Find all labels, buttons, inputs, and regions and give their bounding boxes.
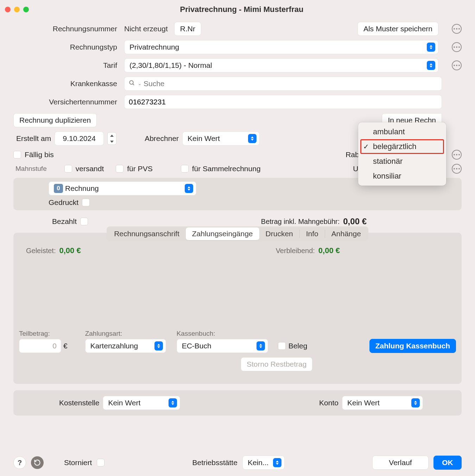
label-betriebsstaette: Betriebsstätte	[192, 458, 237, 467]
label-tarif: Tarif	[13, 61, 121, 70]
popup-item-ambulant[interactable]: ambulant	[358, 124, 446, 139]
label-erstellt-am: Erstellt am	[16, 134, 51, 143]
tarif-select[interactable]: (2,30/1,80/1,15) - Normal	[124, 58, 438, 72]
kassenbuch-select[interactable]: EC-Buch	[177, 339, 268, 353]
abrechner-value: Kein Wert	[188, 134, 220, 143]
popup-item-belegaerztlich[interactable]: ✓belegärztlich	[360, 139, 444, 154]
label-fuer-sammel: für Sammelrechnung	[192, 165, 261, 173]
more-icon[interactable]	[452, 24, 462, 34]
fuer-sammelrechnung-checkbox[interactable]	[181, 165, 189, 173]
storniert-checkbox[interactable]	[97, 459, 104, 467]
verlauf-button[interactable]: Verlauf	[372, 456, 429, 470]
label-konto: Konto	[319, 399, 338, 407]
more-icon[interactable]	[452, 164, 462, 174]
select-arrows-icon	[248, 134, 256, 143]
label-faellig-bis: Fällig bis	[25, 150, 54, 159]
titlebar: Privatrechnung - Mimi Musterfrau	[0, 0, 475, 19]
tab-anhaenge[interactable]: Anhänge	[325, 227, 367, 240]
krankenkasse-input[interactable]	[144, 79, 437, 88]
erstellt-am-value: 9.10.2024	[63, 134, 95, 143]
rechnung-duplizieren-button[interactable]: Rechnung duplizieren	[13, 113, 97, 127]
faellig-bis-checkbox[interactable]	[13, 151, 21, 159]
label-geleistet: Geleistet:	[26, 247, 56, 255]
betriebsstaette-select[interactable]: Kein...	[242, 456, 285, 470]
tab-segmented: Rechnungsanschrift Zahlungseingänge Druc…	[107, 226, 368, 241]
value-nicht-erzeugt: Nicht erzeugt	[124, 25, 168, 33]
bezahlt-checkbox[interactable]	[80, 218, 88, 225]
label-mahnstufe: Mahnstufe	[15, 165, 47, 173]
label-betrag-inkl: Betrag inkl. Mahngebühr:	[261, 218, 340, 226]
select-arrows-icon	[427, 43, 435, 52]
popup-item-stationaer[interactable]: stationär	[358, 154, 446, 169]
help-button[interactable]: ?	[13, 456, 26, 469]
label-beleg: Beleg	[289, 342, 308, 350]
zahlungsart-value: Kartenzahlung	[90, 342, 138, 350]
krankenkasse-search-field[interactable]: ⌄	[124, 77, 442, 91]
more-icon[interactable]	[452, 60, 462, 70]
abrechner-select[interactable]: Kein Wert	[182, 131, 260, 146]
mahnstufe-index-badge: 0	[54, 184, 63, 193]
versichertennummer-field[interactable]	[124, 95, 442, 109]
konto-select[interactable]: Kein Wert	[342, 396, 423, 410]
abzug-popup-menu: ambulant ✓belegärztlich stationär konsil…	[358, 122, 446, 186]
select-arrows-icon	[411, 398, 420, 407]
label-storniert: Storniert	[64, 458, 92, 467]
fuer-pvs-checkbox[interactable]	[116, 165, 124, 173]
select-arrows-icon	[154, 341, 163, 350]
tab-rechnungsanschrift[interactable]: Rechnungsanschrift	[108, 227, 186, 240]
geleistet-value: 0,00 €	[59, 246, 81, 255]
tarif-value: (2,30/1,80/1,15) - Normal	[129, 61, 212, 70]
versichertennummer-input[interactable]	[129, 98, 437, 106]
label-zahlungsart: Zahlungsart:	[85, 330, 166, 337]
konto-value: Kein Wert	[347, 399, 380, 407]
zahlungsart-select[interactable]: Kartenzahlung	[85, 339, 166, 353]
reload-button[interactable]	[31, 456, 44, 469]
teilbetrag-input[interactable]	[24, 342, 57, 350]
select-arrows-icon	[185, 184, 193, 193]
date-stepper[interactable]	[107, 132, 116, 145]
svg-point-0	[129, 81, 133, 84]
als-muster-speichern-button[interactable]: Als Muster speichern	[357, 22, 438, 36]
label-rechnungsnummer: Rechnungsnummer	[13, 25, 121, 33]
erstellt-am-field[interactable]: 9.10.2024	[55, 131, 104, 146]
label-krankenkasse: Krankenkasse	[13, 79, 121, 88]
mahnstufe-select[interactable]: 0 Rechnung	[49, 181, 196, 195]
betriebsstaette-value: Kein...	[248, 458, 269, 467]
select-arrows-icon	[273, 458, 281, 467]
kassenbuch-value: EC-Buch	[182, 342, 211, 350]
window-title: Privatrechnung - Mimi Musterfrau	[34, 5, 449, 14]
kostenstelle-select[interactable]: Kein Wert	[103, 396, 180, 410]
tabs-panel: Rechnungsanschrift Zahlungseingänge Druc…	[13, 233, 462, 384]
ok-button[interactable]: OK	[433, 456, 462, 470]
betrag-value: 0,00 €	[343, 217, 367, 226]
select-arrows-icon	[256, 341, 265, 350]
label-bezahlt: Bezahlt	[52, 217, 77, 226]
gedruckt-checkbox[interactable]	[82, 199, 90, 206]
kostenstelle-value: Kein Wert	[108, 399, 140, 407]
popup-item-konsiliar[interactable]: konsiliar	[358, 169, 446, 184]
tab-zahlungseingaenge[interactable]: Zahlungseingänge	[186, 227, 259, 240]
more-icon[interactable]	[452, 42, 462, 52]
zahlung-kassenbuch-button[interactable]: Zahlung Kassenbuch	[369, 339, 456, 353]
label-verbleibend: Verbleibend:	[276, 247, 315, 255]
rechnungstyp-value: Privatrechnung	[129, 43, 179, 51]
label-fuer-pvs: für PVS	[127, 165, 152, 173]
zoom-window-button[interactable]	[23, 7, 29, 12]
minimize-window-button[interactable]	[14, 7, 20, 12]
svg-line-1	[133, 84, 134, 85]
label-teilbetrag: Teilbetrag:	[19, 330, 68, 337]
beleg-checkbox[interactable]	[278, 342, 286, 350]
storno-restbetrag-button[interactable]: Storno Restbetrag	[241, 357, 312, 371]
label-kostenstelle: Kostenstelle	[59, 399, 99, 407]
tab-info[interactable]: Info	[300, 227, 325, 240]
versandt-checkbox[interactable]	[64, 165, 72, 173]
mahnstufe-value: Rechnung	[65, 184, 99, 193]
close-window-button[interactable]	[5, 7, 11, 12]
label-kassenbuch: Kassenbuch:	[177, 330, 268, 337]
label-abrechner: Abrechner	[145, 134, 179, 143]
more-icon[interactable]	[452, 150, 462, 160]
tab-drucken[interactable]: Drucken	[259, 227, 299, 240]
teilbetrag-field[interactable]	[19, 339, 61, 353]
rechnungstyp-select[interactable]: Privatrechnung	[124, 40, 438, 54]
rnr-button[interactable]: R.Nr	[174, 22, 201, 36]
